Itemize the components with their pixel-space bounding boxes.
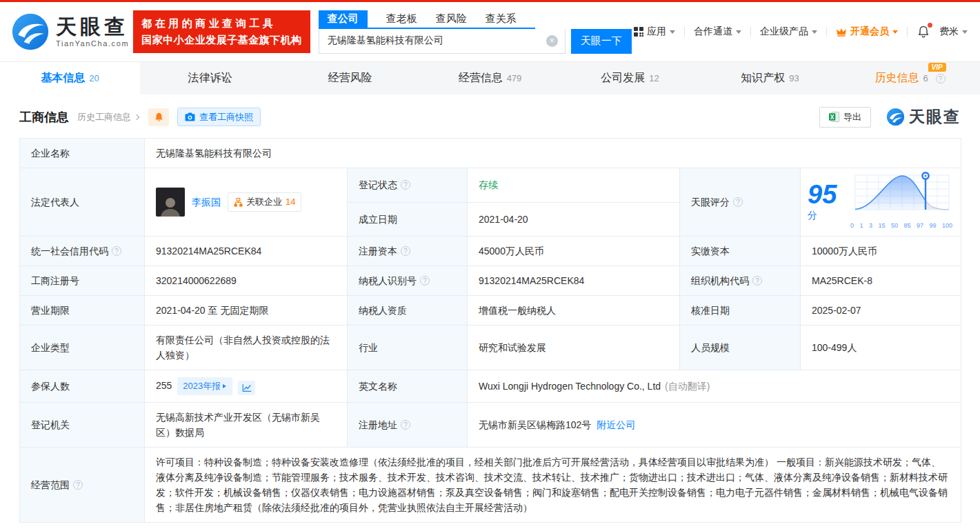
tab-label: 法律诉讼	[188, 71, 232, 86]
reg-capital-value: 45000万人民币	[468, 237, 680, 266]
address-value: 无锡市新吴区锡梅路102号 附近公司	[468, 403, 961, 448]
help-icon[interactable]	[936, 74, 946, 83]
crown-icon	[836, 27, 847, 37]
tianyancha-logo[interactable]: 天眼查 TianYanCha.com	[11, 12, 129, 51]
logo-swirl-icon	[886, 108, 905, 126]
legal-rep-link[interactable]: 李振国	[192, 194, 221, 210]
staff-size-value: 100-499人	[801, 325, 961, 370]
company-name-value: 无锡隆基氢能科技有限公司	[145, 139, 961, 168]
view-snapshot-label: 查看工商快照	[199, 111, 253, 123]
trend-chart-button[interactable]	[238, 381, 255, 395]
triangle-right-icon	[223, 384, 228, 388]
business-scope-value: 许可项目：特种设备制造；特种设备安装改造修理（依法须经批准的项目，经相关部门批准…	[145, 448, 961, 523]
promo-banner: 都在用的商业查询工具 国家中小企业发展子基金旗下机构	[133, 10, 310, 53]
search-button[interactable]: 天眼一下	[571, 29, 632, 54]
table-row: 企业名称 无锡隆基氢能科技有限公司	[20, 139, 961, 168]
related-companies-badge[interactable]: 关联企业 14	[228, 192, 301, 212]
table-row: 统一社会信用代码 91320214MA25RCEK84 注册资本 45000万人…	[20, 237, 961, 266]
search-tab-risk[interactable]: 查风险	[436, 10, 467, 28]
watermark-logo: 天眼查	[886, 106, 961, 128]
tab-basic-info[interactable]: 基本信息 20	[0, 62, 140, 94]
nav-apps[interactable]: 应用	[634, 26, 675, 38]
monitor-bell-button[interactable]	[148, 108, 169, 126]
reg-authority-value: 无锡高新技术产业开发区（无锡市新吴区）数据局	[145, 403, 348, 448]
history-link-label: 历史工商信息	[77, 111, 131, 123]
industry-label: 行业	[348, 325, 468, 370]
nav-enterprise-products[interactable]: 企业级产品	[760, 26, 817, 38]
credit-code-value: 91320214MA25RCEK84	[145, 237, 348, 266]
watermark-text: 天眼查	[909, 106, 961, 128]
nav-apps-label: 应用	[647, 26, 666, 38]
score-axis-ticks: 01 315 5085 9799 100	[850, 218, 952, 233]
english-name-label: 英文名称	[348, 370, 468, 403]
tab-history-info[interactable]: VIP 历史信息 6	[840, 62, 980, 94]
help-icon[interactable]	[420, 276, 430, 285]
help-icon[interactable]	[733, 197, 743, 207]
help-icon[interactable]	[401, 246, 410, 256]
score-distribution-chart	[850, 171, 954, 214]
tab-company-development[interactable]: 公司发展 12	[560, 62, 700, 94]
company-type-value: 有限责任公司（非自然人投资或控股的法人独资）	[145, 325, 348, 370]
address-label: 注册地址	[348, 403, 468, 448]
search-box	[319, 29, 566, 54]
est-date-value: 2021-04-20	[468, 202, 680, 237]
business-term-label: 营业期限	[20, 296, 145, 325]
org-code-value: MA25RCEK-8	[801, 266, 961, 296]
search-tab-relation[interactable]: 查关系	[486, 10, 517, 28]
header-nav: 应用 合作通道 企业级产品 开通会员	[634, 25, 969, 39]
paid-capital-value: 10000万人民币	[801, 237, 961, 266]
promo-line-1: 都在用的商业查询工具	[141, 15, 302, 32]
reg-status-value: 存续	[468, 168, 680, 203]
reg-capital-label: 注册资本	[348, 237, 468, 266]
apps-grid-icon	[634, 27, 643, 37]
table-row: 工商注册号 320214000622689 纳税人识别号 91320214MA2…	[20, 266, 961, 296]
nav-user[interactable]: 费米	[939, 26, 968, 38]
industry-value: 研究和试验发展	[468, 325, 680, 370]
help-icon[interactable]	[73, 480, 83, 490]
notifications-bell[interactable]	[917, 25, 930, 39]
divider	[750, 27, 751, 37]
logo-domain: TianYanCha.com	[56, 39, 129, 48]
help-icon[interactable]	[401, 420, 410, 430]
logo-swirl-icon	[11, 12, 50, 51]
search-tab-boss[interactable]: 查老板	[386, 10, 417, 28]
help-icon[interactable]	[112, 246, 121, 256]
est-date-label: 成立日期	[348, 202, 468, 237]
taxpayer-id-label: 纳税人识别号	[348, 266, 468, 296]
history-business-info-link[interactable]: 历史工商信息	[77, 111, 139, 123]
export-label: 导出	[843, 111, 861, 123]
table-row: 参保人数 2552023年报 英文名称 Wuxi Longji Hydrogen…	[20, 370, 961, 403]
tab-operating-risk[interactable]: 经营风险	[280, 62, 420, 94]
table-row: 企业类型 有限责任公司（非自然人投资或控股的法人独资） 行业 研究和试验发展 人…	[20, 325, 961, 370]
help-icon[interactable]	[401, 180, 410, 190]
search-input[interactable]	[319, 29, 565, 53]
reg-authority-label: 登记机关	[20, 403, 145, 448]
nav-cooperation[interactable]: 合作通道	[694, 26, 741, 38]
tab-count: 20	[89, 73, 99, 83]
tab-count: 6	[923, 73, 928, 83]
reg-number-value: 320214000622689	[145, 266, 348, 296]
tab-intellectual-property[interactable]: 知识产权 93	[700, 62, 840, 94]
company-type-label: 企业类型	[20, 325, 145, 370]
search-tab-company[interactable]: 查公司	[319, 10, 368, 28]
clear-search-icon[interactable]	[546, 35, 558, 47]
export-button[interactable]: 导出	[819, 107, 871, 128]
nav-open-vip[interactable]: 开通会员	[836, 26, 898, 38]
taxpayer-quality-value: 增值税一般纳税人	[468, 296, 680, 325]
tyc-score-label: 天眼评分	[680, 168, 801, 237]
view-snapshot-button[interactable]: 查看工商快照	[177, 108, 261, 126]
nav-user-name: 费米	[939, 26, 959, 38]
annual-report-badge[interactable]: 2023年报	[177, 377, 232, 395]
insured-value: 2552023年报	[145, 370, 348, 403]
tab-operating-info[interactable]: 经营信息 479	[420, 62, 560, 94]
taxpayer-id-value: 91320214MA25RCEK84	[468, 266, 680, 296]
table-row: 营业期限 2021-04-20 至 无固定期限 纳税人资质 增值税一般纳税人 核…	[20, 296, 961, 325]
org-code-label: 组织机构代码	[680, 266, 801, 296]
legal-rep-photo[interactable]	[156, 188, 185, 217]
tab-legal-proceedings[interactable]: 法律诉讼	[140, 62, 280, 94]
insured-label: 参保人数	[20, 370, 145, 403]
nearby-companies-link[interactable]: 附近公司	[597, 419, 635, 430]
approval-date-value: 2025-02-07	[801, 296, 961, 325]
help-icon[interactable]	[752, 276, 762, 285]
nav-open-vip-label: 开通会员	[850, 26, 889, 38]
